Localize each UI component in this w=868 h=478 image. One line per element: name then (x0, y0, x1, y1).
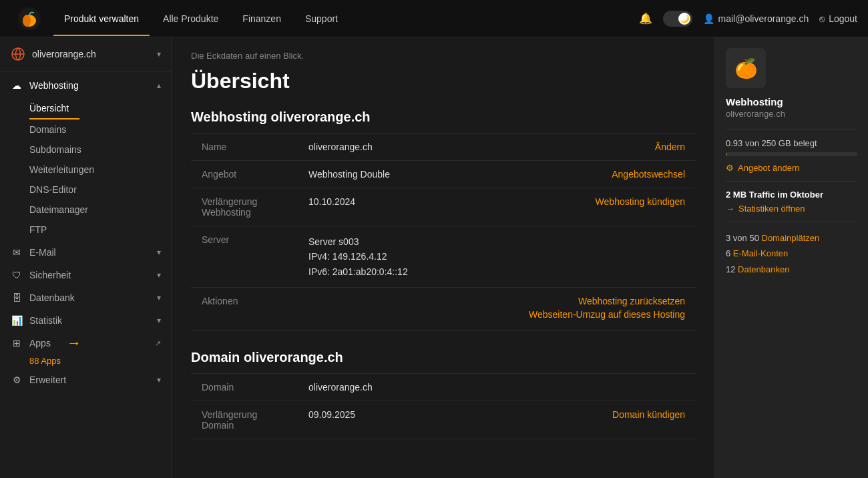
bell-icon[interactable]: 🔔 (639, 12, 652, 25)
sidebar-datenbank-chevron: ▾ (157, 293, 161, 302)
sidebar: oliverorange.ch ▾ ☁ Webhosting ▴ Übersic… (0, 37, 172, 478)
right-panel: 🍊 Webhosting oliverorange.ch 0.93 von 25… (714, 37, 868, 478)
domain-table: Domain oliverorange.ch Verlängerung Doma… (191, 373, 696, 439)
gear-icon: ⚙ (726, 163, 734, 173)
rp-progress-bar (726, 152, 857, 156)
main-layout: oliverorange.ch ▾ ☁ Webhosting ▴ Übersic… (0, 37, 868, 478)
sidebar-erweitert-chevron: ▾ (157, 375, 161, 385)
sidebar-statistik-chevron: ▾ (157, 316, 161, 325)
sidebar-domain-chevron: ▾ (157, 49, 161, 59)
sidebar-apps-label: Apps (29, 338, 51, 348)
rp-traffic: 2 MB Traffic im Oktober (726, 190, 857, 200)
nav-alle-produkte[interactable]: Alle Produkte (152, 8, 229, 29)
sidebar-item-webhosting[interactable]: ☁ Webhosting ▴ (0, 74, 172, 97)
rp-databases-label[interactable]: Datenbanken (738, 264, 789, 274)
nav-produkt-verwalten[interactable]: Produkt verwalten (53, 8, 150, 29)
domain-verlaengerung-label: Verlängerung Domain (191, 401, 298, 439)
server-label: Server (191, 226, 298, 288)
sidebar-item-email[interactable]: ✉ E-Mail ▾ (0, 241, 172, 264)
domain-section-title: Domain oliverorange.ch (191, 350, 696, 365)
user-email: mail@oliverorange.ch (718, 13, 809, 24)
sidebar-sicherheit-label: Sicherheit (29, 270, 71, 280)
chart-icon: 📊 (11, 315, 23, 326)
rp-databases-count: 12 (726, 264, 735, 274)
sidebar-item-sicherheit[interactable]: 🛡 Sicherheit ▾ (0, 264, 172, 286)
sidebar-domain-selector[interactable]: oliverorange.ch ▾ (0, 37, 172, 71)
logout-button[interactable]: ⎋ Logout (819, 13, 857, 24)
server-value: Server s003IPv4: 149.126.4.12IPv6: 2a01:… (298, 226, 459, 288)
sidebar-webhosting-chevron: ▴ (157, 81, 161, 90)
sidebar-webhosting-section: ☁ Webhosting ▴ Übersicht Domains Subdoma… (0, 71, 172, 394)
sidebar-item-apps[interactable]: ⊞ Apps → ↗ (0, 332, 172, 354)
nav-support[interactable]: Support (294, 8, 349, 29)
apps-icon: ⊞ (11, 338, 23, 348)
name-action[interactable]: Ändern (459, 134, 696, 161)
verlaengerung-action[interactable]: Webhosting kündigen (459, 188, 696, 226)
aktionen-actions[interactable]: Webhosting zurücksetzen Webseiten-Umzug … (459, 288, 696, 331)
sidebar-item-erweitert[interactable]: ⚙ Erweitert ▾ (0, 369, 172, 391)
sidebar-sub-weiterleitungen[interactable]: Weiterleitungen (29, 160, 172, 180)
sidebar-sub-ubersicht[interactable]: Übersicht (29, 98, 79, 120)
rp-stats-link[interactable]: → Statistiken öffnen (726, 204, 857, 214)
sidebar-item-apps-left: ⊞ Apps → (11, 338, 51, 348)
logout-label: Logout (829, 13, 857, 24)
breadcrumb: Die Eckdaten auf einen Blick. (191, 51, 696, 61)
sidebar-webhosting-label: Webhosting (29, 80, 79, 91)
user-icon: 👤 (703, 13, 714, 24)
external-link-icon: ↗ (155, 339, 161, 348)
sidebar-sub-domains[interactable]: Domains (29, 120, 172, 140)
sidebar-item-statistik[interactable]: 📊 Statistik ▾ (0, 309, 172, 332)
top-navigation: Produkt verwalten Alle Produkte Finanzen… (0, 0, 868, 37)
angebot-label: Angebot (191, 161, 298, 188)
rp-domain-places: 3 von 50 Domainplätzen (726, 230, 857, 246)
apps-count-badge: 88 Apps (0, 354, 172, 369)
sidebar-item-datenbank-left: 🗄 Datenbank (11, 292, 75, 303)
table-row-server: Server Server s003IPv4: 149.126.4.12IPv6… (191, 226, 696, 288)
sidebar-domain-name: oliverorange.ch (32, 49, 96, 59)
webhosting-section-title: Webhosting oliverorange.ch (191, 109, 696, 125)
webhosting-zuruecksetzen-link[interactable]: Webhosting zurücksetzen (469, 296, 685, 306)
name-label: Name (191, 134, 298, 161)
sidebar-sub-subdomains[interactable]: Subdomains (29, 140, 172, 160)
sidebar-sub-dateimanager[interactable]: Dateimanager (29, 200, 172, 220)
rp-email-count: 6 (726, 248, 730, 258)
rp-subtitle: oliverorange.ch (726, 109, 857, 119)
domain-action (487, 374, 696, 401)
rp-angebot-link[interactable]: ⚙ Angebot ändern (726, 163, 857, 173)
logo[interactable] (11, 7, 48, 30)
rp-traffic-amount: 2 MB (726, 190, 746, 200)
domain-value: oliverorange.ch (298, 374, 487, 401)
rp-progress-fill (726, 152, 726, 156)
sidebar-email-chevron: ▾ (157, 248, 161, 257)
rp-title: Webhosting (726, 96, 857, 107)
rp-domain-places-label[interactable]: Domainplätzen (762, 233, 820, 243)
table-row-name: Name oliverorange.ch Ändern (191, 134, 696, 161)
name-value: oliverorange.ch (298, 134, 459, 161)
rp-email-label[interactable]: E-Mail-Konten (733, 248, 788, 258)
sidebar-sub-ftp[interactable]: FTP (29, 220, 172, 240)
logout-icon: ⎋ (819, 13, 825, 24)
svg-point-2 (23, 15, 31, 27)
sidebar-item-webhosting-left: ☁ Webhosting (11, 80, 79, 91)
sidebar-sub-dns-editor[interactable]: DNS-Editor (29, 180, 172, 200)
table-row-aktionen: Aktionen Webhosting zurücksetzen Webseit… (191, 288, 696, 331)
settings-icon: ⚙ (11, 375, 23, 385)
nav-finanzen[interactable]: Finanzen (232, 8, 292, 29)
sidebar-item-statistik-left: 📊 Statistik (11, 315, 62, 326)
webhosting-table: Name oliverorange.ch Ändern Angebot Webh… (191, 133, 696, 331)
user-info[interactable]: 👤 mail@oliverorange.ch (703, 13, 809, 24)
rp-storage-label: 0.93 von 250 GB belegt (726, 138, 857, 148)
sidebar-item-datenbank[interactable]: 🗄 Datenbank ▾ (0, 286, 172, 309)
dark-mode-toggle[interactable] (663, 11, 692, 27)
sidebar-statistik-label: Statistik (29, 315, 62, 326)
webseiten-umzug-link[interactable]: Webseiten-Umzug auf dieses Hosting (469, 309, 685, 320)
domain-kuendigen-action[interactable]: Domain kündigen (487, 401, 696, 439)
nav-links: Produkt verwalten Alle Produkte Finanzen… (53, 8, 349, 29)
rp-divider-3 (726, 222, 857, 222)
rp-stats-label: Statistiken öffnen (738, 204, 805, 214)
table-row-angebot: Angebot Webhosting Double Angebotswechse… (191, 161, 696, 188)
verlaengerung-value: 10.10.2024 (298, 188, 459, 226)
rp-domain-places-count: 3 von 50 (726, 233, 762, 243)
angebot-action[interactable]: Angebotswechsel (459, 161, 696, 188)
main-content: Die Eckdaten auf einen Blick. Übersicht … (172, 37, 714, 478)
